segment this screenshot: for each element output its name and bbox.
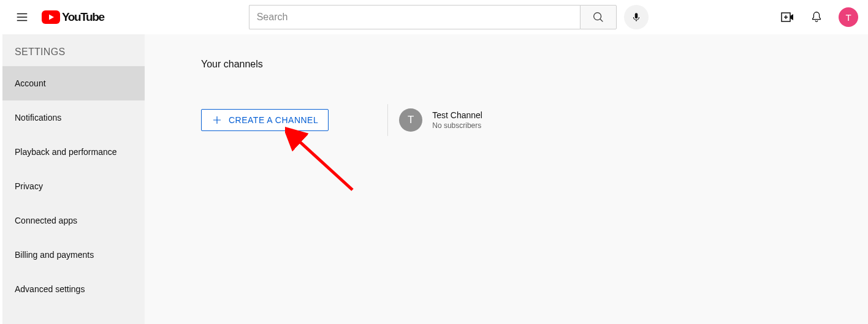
logo[interactable]: YouTube xyxy=(39,6,113,28)
plus-icon xyxy=(211,115,223,126)
header-actions: T xyxy=(775,5,858,29)
channels-row: CREATE A CHANNEL T Test Channel No subsc… xyxy=(201,104,868,136)
sidebar-title: SETTINGS xyxy=(2,39,145,66)
sidebar-item-label: Notifications xyxy=(15,113,61,122)
settings-sidebar: SETTINGS Account Notifications Playback … xyxy=(0,34,145,324)
svg-rect-2 xyxy=(634,13,638,18)
create-channel-button[interactable]: CREATE A CHANNEL xyxy=(201,109,329,131)
create-button[interactable] xyxy=(775,5,799,29)
youtube-logo-icon xyxy=(42,9,60,26)
sidebar-item-privacy[interactable]: Privacy xyxy=(2,169,145,203)
sidebar-item-label: Connected apps xyxy=(15,216,77,225)
search-icon xyxy=(592,10,605,24)
search-wrap xyxy=(249,5,649,29)
sidebar-item-playback[interactable]: Playback and performance xyxy=(2,135,145,169)
page-title: Your channels xyxy=(201,59,868,70)
divider xyxy=(387,104,388,136)
main-content: Your channels CREATE A CHANNEL T Test Ch… xyxy=(145,34,868,324)
search-box xyxy=(249,5,617,29)
channel-subscribers: No subscribers xyxy=(432,121,482,130)
sidebar-item-label: Playback and performance xyxy=(15,147,117,157)
channel-item[interactable]: T Test Channel No subscribers xyxy=(399,108,482,132)
sidebar-item-connected-apps[interactable]: Connected apps xyxy=(2,203,145,238)
sidebar-item-advanced[interactable]: Advanced settings xyxy=(2,272,145,306)
svg-point-1 xyxy=(593,13,601,20)
menu-button[interactable] xyxy=(10,5,34,29)
bell-icon xyxy=(810,10,823,24)
channel-avatar: T xyxy=(399,108,422,132)
search-input[interactable] xyxy=(249,5,580,29)
search-button[interactable] xyxy=(580,5,617,29)
microphone-icon xyxy=(631,12,642,23)
voice-search-button[interactable] xyxy=(624,5,649,29)
sidebar-item-label: Privacy xyxy=(15,181,43,191)
sidebar-item-label: Account xyxy=(15,78,46,88)
create-channel-label: CREATE A CHANNEL xyxy=(229,115,318,125)
notifications-button[interactable] xyxy=(804,5,829,29)
account-avatar[interactable]: T xyxy=(839,7,858,27)
sidebar-item-billing[interactable]: Billing and payments xyxy=(2,238,145,272)
hamburger-icon xyxy=(15,10,29,24)
header: YouTube T xyxy=(0,0,868,34)
sidebar-item-notifications[interactable]: Notifications xyxy=(2,100,145,135)
channel-name: Test Channel xyxy=(432,110,482,120)
page-body: SETTINGS Account Notifications Playback … xyxy=(0,34,868,324)
sidebar-item-label: Billing and payments xyxy=(15,250,94,260)
logo-text: YouTube xyxy=(62,10,104,24)
sidebar-item-account[interactable]: Account xyxy=(2,66,145,100)
create-icon xyxy=(780,10,794,24)
channel-info: Test Channel No subscribers xyxy=(432,110,482,130)
sidebar-item-label: Advanced settings xyxy=(15,284,85,294)
